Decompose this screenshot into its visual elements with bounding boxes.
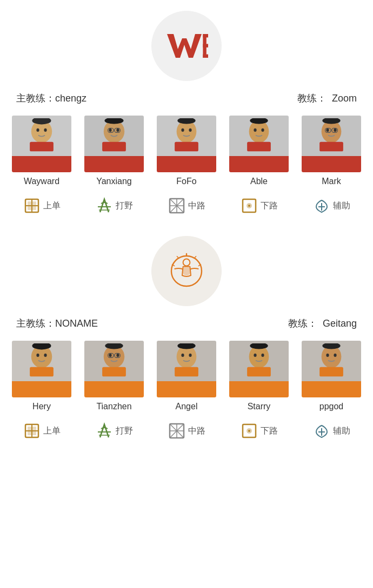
svg-rect-4 [203, 55, 208, 58]
svg-point-7 [44, 129, 46, 132]
svg-point-80 [326, 354, 329, 357]
svg-marker-0 [167, 34, 202, 58]
team-we-logo-container [0, 11, 373, 81]
svg-point-71 [189, 354, 191, 357]
player-hery-photo [12, 341, 71, 397]
player-angel: Angel [154, 341, 219, 411]
svg-rect-26 [247, 142, 271, 152]
player-hery: Hery [9, 341, 74, 411]
svg-rect-77 [247, 367, 271, 377]
player-able-name: Able [250, 177, 268, 186]
team-starry-section: 主教练：NONAME 教练： Geitang [0, 231, 373, 456]
player-mark-name: Mark [322, 177, 341, 186]
team-starry-coaches: 主教练：NONAME 教练： Geitang [0, 317, 373, 330]
player-able-face [240, 118, 278, 156]
svg-rect-59 [30, 367, 54, 377]
player-ppgod-jersey [302, 381, 361, 397]
role-top-starry: 上单 [23, 422, 61, 440]
player-angel-name: Angel [176, 402, 198, 411]
we-logo-icon [165, 30, 208, 62]
team-starry-coach: 教练： Geitang [288, 317, 357, 330]
mid-role-icon [168, 197, 185, 214]
team-we-players: Wayward [0, 116, 373, 186]
player-able-jersey [229, 156, 289, 172]
team-we-head-coach: 主教练：chengz [16, 92, 86, 105]
svg-point-50 [183, 259, 190, 266]
svg-rect-67 [102, 367, 126, 377]
svg-line-52 [177, 256, 178, 258]
player-tianzhen-photo [84, 341, 144, 397]
svg-rect-2 [203, 34, 208, 37]
svg-rect-3 [203, 44, 208, 47]
svg-line-53 [194, 256, 196, 258]
svg-point-30 [334, 129, 336, 132]
player-hery-name: Hery [32, 402, 51, 411]
team-we-coach: 教练： Zoom [297, 92, 357, 105]
player-able-photo [229, 116, 289, 172]
player-yanxiang-face [95, 118, 133, 156]
svg-rect-21 [175, 142, 198, 152]
player-ppgod: ppgod [299, 341, 364, 411]
player-tianzhen-jersey [84, 381, 144, 397]
svg-rect-8 [30, 142, 54, 152]
svg-rect-16 [102, 142, 126, 152]
svg-point-62 [109, 354, 111, 357]
role-mid-starry: 中路 [168, 422, 205, 440]
player-starry-jersey [229, 381, 289, 397]
player-tianzhen-face [95, 343, 133, 381]
svg-point-25 [261, 129, 264, 132]
player-yanxiang-photo [84, 116, 144, 172]
team-starry-logo-circle [151, 236, 222, 306]
player-wayward-photo [12, 116, 71, 172]
player-mark-face [312, 118, 350, 156]
player-starry-photo [229, 341, 289, 397]
svg-point-63 [116, 354, 119, 357]
player-ppgod-name: ppgod [319, 402, 344, 411]
svg-point-93 [248, 430, 250, 432]
player-tianzhen: Tianzhen [82, 341, 146, 411]
support-role-icon-starry [313, 422, 330, 440]
player-fofo-photo [157, 116, 216, 172]
role-jungle-we: 打野 [96, 197, 133, 214]
player-wayward-face [23, 118, 61, 156]
svg-point-19 [181, 129, 184, 132]
role-top-we: 上单 [23, 197, 61, 214]
svg-point-75 [254, 354, 256, 357]
svg-point-24 [254, 129, 256, 132]
bot-role-icon [241, 197, 258, 214]
support-role-icon [313, 197, 330, 214]
svg-point-29 [326, 129, 329, 132]
svg-point-45 [248, 205, 250, 207]
mid-role-icon-starry [168, 422, 185, 440]
player-angel-jersey [157, 381, 216, 397]
player-yanxiang-name: Yanxiang [96, 177, 132, 186]
role-mid-we: 中路 [168, 197, 205, 214]
player-starry-face [240, 343, 278, 381]
svg-point-57 [36, 354, 39, 357]
svg-point-20 [189, 129, 191, 132]
team-we-logo-circle [151, 11, 222, 81]
player-hery-jersey [12, 381, 71, 397]
player-mark: Mark [299, 116, 364, 186]
top-role-icon [23, 197, 41, 214]
jungle-role-icon-starry [96, 422, 113, 440]
player-starry-name: Starry [248, 402, 271, 411]
team-starry-roles: 上单 打野 中路 [0, 417, 373, 450]
player-starry: Starry [227, 341, 291, 411]
player-able: Able [227, 116, 291, 186]
team-starry-head-coach: 主教练：NONAME [16, 317, 98, 330]
role-bot-we: 下路 [241, 197, 278, 214]
team-we-roles: 上单 打野 中路 [0, 192, 373, 225]
team-we-section: 主教练：chengz 教练： Zoom [0, 0, 373, 231]
svg-point-49 [182, 267, 191, 275]
player-angel-face [168, 343, 205, 381]
player-ppgod-photo [302, 341, 361, 397]
svg-point-11 [109, 129, 111, 132]
svg-point-6 [36, 129, 39, 132]
player-yanxiang: Yanxiang [82, 116, 146, 186]
player-wayward-jersey [12, 156, 71, 172]
player-hery-face [23, 343, 61, 381]
player-fofo-jersey [157, 156, 216, 172]
team-we-coaches: 主教练：chengz 教练： Zoom [0, 92, 373, 105]
player-fofo-name: FoFo [176, 177, 196, 186]
